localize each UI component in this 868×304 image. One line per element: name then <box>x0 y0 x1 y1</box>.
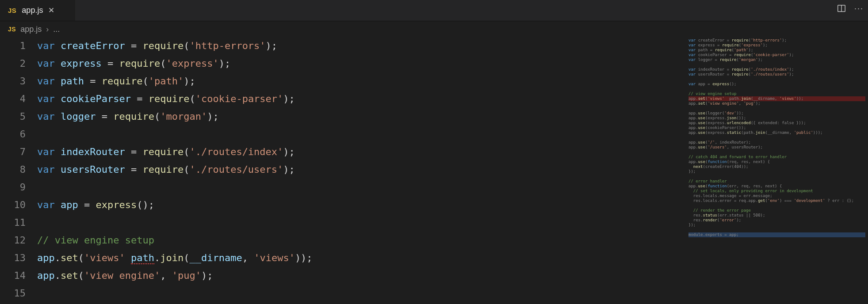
line-number-gutter: 123456789101112131415 <box>0 37 37 304</box>
breadcrumb-scope: ... <box>53 25 60 34</box>
breadcrumb-file: app.js <box>20 25 42 34</box>
js-icon: JS <box>8 7 16 14</box>
editor[interactable]: 123456789101112131415 var createError = … <box>0 37 868 304</box>
editor-title-actions: ··· <box>837 4 864 13</box>
close-icon[interactable]: ✕ <box>48 6 54 15</box>
tab-bar: JS app.js ✕ ··· <box>0 0 868 21</box>
tab-label: app.js <box>22 6 43 15</box>
more-actions-icon[interactable]: ··· <box>854 4 864 13</box>
chevron-right-icon: › <box>46 25 49 34</box>
js-icon: JS <box>8 26 16 33</box>
tab-appjs[interactable]: JS app.js ✕ <box>0 0 75 21</box>
split-editor-icon[interactable] <box>837 4 846 13</box>
code-area[interactable]: var createError = require('http-errors')… <box>37 37 868 304</box>
breadcrumb[interactable]: JS app.js › ... <box>0 21 868 37</box>
